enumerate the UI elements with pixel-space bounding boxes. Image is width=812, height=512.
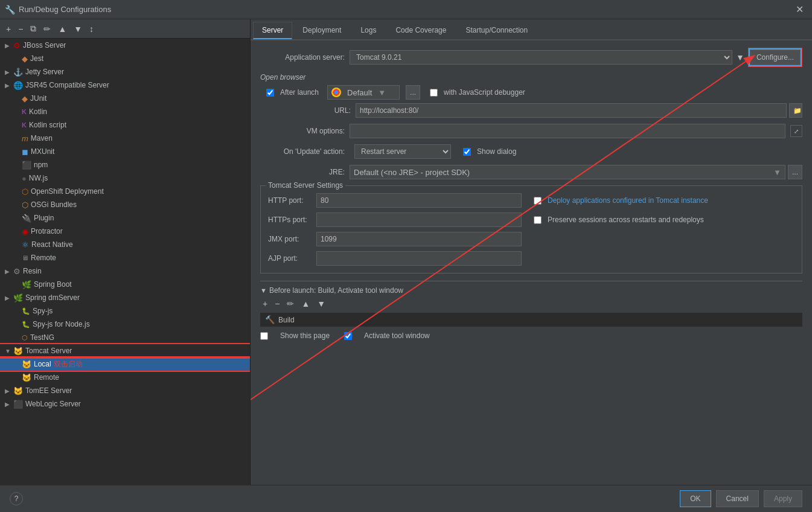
tree-item-label: TestNG: [30, 333, 54, 342]
help-button[interactable]: ?: [10, 492, 23, 505]
tree-item-label: Jest: [30, 54, 43, 63]
remote-icon: 🖥: [22, 254, 28, 261]
springboot-icon: 🌿: [22, 280, 31, 289]
tree-item-jetty[interactable]: ▶ ⚓ Jetty Server: [0, 65, 250, 78]
tree-item-maven[interactable]: m Maven: [0, 132, 250, 145]
tree-item-tomcatserver[interactable]: ▼ 🐱 Tomcat Server: [0, 344, 250, 357]
tab-server[interactable]: Server: [253, 22, 292, 39]
tab-logs[interactable]: Logs: [351, 22, 385, 39]
tab-codecoverage[interactable]: Code Coverage: [386, 22, 455, 39]
activate-tool-window-checkbox[interactable]: [344, 332, 352, 340]
tree-item-weblogic[interactable]: ▶ ⬛ WebLogic Server: [0, 397, 250, 411]
vm-expand-button[interactable]: ⤢: [790, 125, 802, 137]
tree-item-kotlin[interactable]: K Kotlin: [0, 105, 250, 118]
remove-button[interactable]: −: [16, 23, 25, 35]
app-server-select[interactable]: Tomcat 9.0.21: [350, 50, 732, 65]
tree-item-label: Spy-js: [33, 307, 53, 315]
tree-item-local[interactable]: 🐱 Local 双击启动: [0, 357, 250, 371]
jre-more-button[interactable]: ...: [788, 165, 802, 179]
url-input[interactable]: [356, 103, 787, 118]
copy-button[interactable]: ⧉: [28, 22, 39, 35]
collapse-arrow-icon[interactable]: ▼: [260, 287, 267, 294]
arrow-icon: ▶: [5, 69, 13, 75]
url-browse-button[interactable]: 📁: [789, 103, 802, 118]
after-launch-checkbox[interactable]: [266, 89, 274, 97]
tree-item-npm[interactable]: ⬛ npm: [0, 158, 250, 171]
tree-item-jest[interactable]: ◆ Jest: [0, 52, 250, 65]
tree-item-label: OSGi Bundles: [31, 200, 77, 209]
show-this-page-checkbox[interactable]: [260, 332, 268, 340]
ajp-port-input[interactable]: [316, 251, 522, 266]
jre-select[interactable]: Default (<no JRE> - project SDK) ▼: [350, 165, 785, 179]
tree-item-nwjs[interactable]: ● NW.js: [0, 171, 250, 185]
tree-item-tomee[interactable]: ▶ 🐱 TomEE Server: [0, 384, 250, 397]
js-debugger-checkbox[interactable]: [430, 89, 438, 97]
tree-item-reactnative[interactable]: ⚛ React Native: [0, 238, 250, 251]
show-dialog-checkbox[interactable]: [463, 148, 471, 156]
tree-item-jsr45[interactable]: ▶ 🌐 JSR45 Compatible Server: [0, 78, 250, 92]
ok-button[interactable]: OK: [680, 490, 711, 507]
tomee-icon: 🐱: [13, 386, 23, 395]
tab-deployment[interactable]: Deployment: [293, 22, 350, 39]
kotlin-icon: K: [22, 108, 27, 115]
deploy-checkbox-row: Deploy applications configured in Tomcat…: [534, 193, 794, 208]
move-up-button[interactable]: ▲: [56, 23, 69, 35]
tree-item-springdm[interactable]: ▶ 🌿 Spring dmServer: [0, 291, 250, 304]
before-launch-up-button[interactable]: ▲: [299, 298, 312, 309]
on-update-select[interactable]: Restart server: [354, 144, 451, 159]
tree-item-jboss[interactable]: ▶ ⚙ JBoss Server: [0, 39, 250, 52]
add-button[interactable]: +: [4, 23, 13, 35]
tree-item-tomcatserver-wrapper: ▼ 🐱 Tomcat Server: [0, 344, 250, 357]
preserve-sessions-checkbox[interactable]: [534, 216, 542, 224]
before-launch-remove-button[interactable]: −: [272, 298, 282, 309]
tree-item-plugin[interactable]: 🔌 Plugin: [0, 211, 250, 225]
apply-button[interactable]: Apply: [764, 490, 802, 507]
tree-item-mxunit[interactable]: ◼ MXUnit: [0, 145, 250, 158]
tree-item-remote[interactable]: 🖥 Remote: [0, 251, 250, 264]
jmx-port-input[interactable]: [316, 232, 522, 246]
protractor-icon: ◉: [22, 227, 28, 236]
tree-item-openshift[interactable]: ⬡ OpenShift Deployment: [0, 185, 250, 198]
sort-button[interactable]: ↕: [87, 23, 96, 35]
browser-more-button[interactable]: ...: [406, 85, 420, 100]
tree-item-kotlinscript[interactable]: K Kotlin script: [0, 118, 250, 132]
tomcatserver-icon: 🐱: [13, 347, 23, 356]
show-dialog-row: Show dialog: [463, 147, 516, 156]
bottom-checkboxes: Show this page Activate tool window: [260, 329, 802, 342]
app-server-expand-icon[interactable]: ▼: [736, 53, 744, 62]
vm-options-row: VM options: ⤢: [260, 124, 802, 138]
tabs-bar: Server Deployment Logs Code Coverage Sta…: [251, 19, 812, 40]
configure-button[interactable]: Configure...: [750, 50, 801, 65]
deploy-tomcat-checkbox[interactable]: [534, 197, 542, 205]
open-browser-section: Open browser After launch Default ▼ ...: [260, 73, 802, 118]
mxunit-icon: ◼: [22, 147, 28, 156]
tree-item-spyjs[interactable]: 🐛 Spy-js: [0, 304, 250, 318]
before-launch-add-button[interactable]: +: [260, 298, 270, 309]
move-down-button[interactable]: ▼: [71, 23, 85, 35]
tree-item-resin[interactable]: ▶ ⚙ Resin: [0, 264, 250, 278]
before-launch-down-button[interactable]: ▼: [315, 298, 328, 309]
port-grid: HTTP port: Deploy applications configure…: [268, 193, 794, 266]
tree-item-protractor[interactable]: ◉ Protractor: [0, 225, 250, 238]
arrow-icon: ▶: [5, 82, 13, 89]
https-port-input[interactable]: [316, 213, 522, 227]
https-port-row: HTTPs port:: [268, 213, 529, 227]
tree-item-springboot[interactable]: 🌿 Spring Boot: [0, 278, 250, 291]
vm-options-input[interactable]: [350, 124, 785, 138]
tab-startup[interactable]: Startup/Connection: [456, 22, 537, 39]
tree-item-spyjsnode[interactable]: 🐛 Spy-js for Node.js: [0, 318, 250, 331]
tree-item-remote-child[interactable]: 🐱 Remote: [0, 371, 250, 384]
tree-item-junit[interactable]: ◆ JUnit: [0, 92, 250, 105]
tree-item-osgi[interactable]: ⬡ OSGi Bundles: [0, 198, 250, 211]
browser-select[interactable]: Default ▼: [327, 85, 400, 100]
http-port-input[interactable]: [316, 193, 522, 208]
tree-item-testng[interactable]: ⬡ TestNG: [0, 331, 250, 344]
footer-left: ?: [10, 492, 675, 505]
cancel-button[interactable]: Cancel: [716, 490, 759, 507]
preserve-sessions-label: Preserve sessions across restarts and re…: [548, 216, 704, 224]
tree-item-label: Local: [34, 360, 51, 368]
close-button[interactable]: ✕: [792, 2, 807, 16]
edit-button[interactable]: ✏: [41, 23, 53, 35]
before-launch-edit-button[interactable]: ✏: [284, 298, 296, 309]
before-launch-header: ▼ Before launch: Build, Activate tool wi…: [260, 286, 802, 295]
